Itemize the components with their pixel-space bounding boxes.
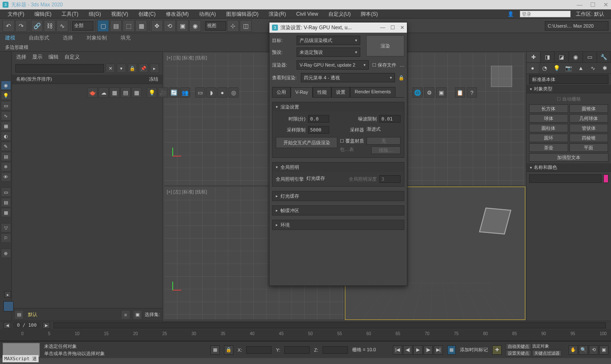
type-cone[interactable]: 圆锥体 [569,104,608,113]
add-time-tag[interactable]: 添加时间标记 [460,347,488,353]
time-limit-spinner[interactable]: 0.0 [308,115,329,123]
type-text-plus[interactable]: 加强型文本 [529,153,608,162]
add-key-button[interactable]: ✚ [492,345,502,355]
help-icon[interactable]: ? [467,87,477,98]
dlg-close-button[interactable]: ✕ [400,25,404,31]
menu-customize[interactable]: 自定义(U) [324,10,355,19]
calendar-icon[interactable]: ▦ [109,87,120,98]
name-color-header[interactable]: 名称和颜色 [527,163,611,172]
zoom-view-button[interactable]: 🔍 [579,345,588,355]
filter-space-icon[interactable]: ▦ [1,121,11,131]
isolate-icon[interactable]: ▣ [133,310,142,319]
type-sphere[interactable]: 球体 [529,114,568,123]
rollout-environment[interactable]: 环境 [272,220,404,230]
ribbon-tab-modeling[interactable]: 建模 [5,34,15,42]
pin-icon[interactable]: 📌 [139,64,148,73]
type-geosphere[interactable]: 几何球体 [569,114,608,123]
expand-panel-button[interactable]: ▸ [4,291,11,298]
select-button[interactable]: ▢ [97,20,109,32]
set-key-button[interactable]: 设置关键点 [506,350,531,356]
preset-dropdown[interactable]: 未选定预设 [297,48,360,57]
save-file-checkbox[interactable]: ☐ 保存文件 [372,62,396,68]
time-slider-track[interactable] [53,322,606,328]
create-tab-icon[interactable]: ✚ [527,52,541,62]
redo-button[interactable]: ↷ [15,20,27,32]
outline-tab-edit[interactable]: 编辑 [48,53,59,61]
unlink-button[interactable]: ⛓ [44,20,56,32]
modify-tab-icon[interactable]: ◨ [541,52,555,62]
type-pyramid[interactable]: 四棱锥 [569,134,608,142]
dlg-maximize-button[interactable]: ☐ [390,25,395,31]
tab-performance[interactable]: 性能 [313,87,331,97]
rotate-button[interactable]: ⟲ [164,20,176,32]
isolate-button[interactable]: ▦ [210,345,220,355]
goto-start-button[interactable]: |◀ [393,345,402,355]
layer-icon[interactable]: ▭ [1,188,11,197]
geometry-icon[interactable]: ● [527,63,538,73]
menu-view[interactable]: 视图(V) [107,10,132,19]
x-coord-input[interactable] [246,346,272,354]
outline-tab-select[interactable]: 选择 [16,53,26,61]
refresh-icon[interactable]: 🔄 [169,87,179,98]
view-dropdown[interactable]: 四元菜单 4 - 透视 [301,73,395,82]
layer-button[interactable]: ▤ [14,310,24,319]
move-button[interactable]: ✥ [151,20,163,32]
column-name[interactable]: 名称(按升序排序) [16,76,52,82]
cloud-icon[interactable]: ☁ [98,87,109,98]
prev-key-button[interactable]: ◀| [403,345,412,355]
menu-group[interactable]: 组(G) [84,10,105,19]
play-button[interactable]: ▶ [413,345,423,355]
gi-engine-dropdown[interactable]: 灯光缓存 [306,175,336,183]
next-frame-button[interactable]: ▶ [42,322,50,329]
filter-geom-icon[interactable]: ◉ [1,81,11,90]
filter-light-icon[interactable]: 💡 [1,91,11,100]
menu-graph-editors[interactable]: 图形编辑器(D) [222,10,263,19]
outline-search-input[interactable] [15,64,104,73]
search-filter-icon[interactable]: ▾ [117,64,126,73]
utilities-tab-icon[interactable]: 🔧 [597,52,611,62]
outline-body[interactable] [12,84,163,308]
dlg-minimize-button[interactable]: — [380,25,385,31]
place-button[interactable]: ◉ [189,20,201,32]
target-dropdown[interactable]: 产品级渲染模式 [297,36,360,45]
track-bar[interactable]: 0510152025303540455055606570758085909510… [0,329,611,341]
project-path[interactable]: C:\Users\… Max 2020 [545,21,608,31]
spacewarps-icon[interactable]: ∿ [587,63,599,73]
rollout-light-cache[interactable]: 灯光缓存 [272,191,404,201]
lock-view-icon[interactable]: 🔒 [398,75,404,81]
exclude-button[interactable]: 排除… [371,146,401,154]
camera-icon[interactable]: 🎥 [158,87,168,98]
tab-vray[interactable]: V-Ray [291,87,313,98]
rollout-frame-buffer[interactable]: 帧缓冲区 [272,206,404,215]
tab-settings[interactable]: 设置 [331,87,350,97]
ribbon-tab-object-paint[interactable]: 对象绘制 [87,34,107,42]
display-tab-icon[interactable]: ▭ [583,52,597,62]
filter-camera-icon[interactable]: ▭ [1,101,11,110]
object-color-swatch[interactable] [603,174,608,183]
goto-end-button[interactable]: ▶| [434,345,443,355]
viewcube[interactable] [491,66,512,87]
max-view-button[interactable]: ▣ [599,345,608,355]
scale-button[interactable]: ▣ [177,20,188,32]
menu-tools[interactable]: 工具(T) [57,10,82,19]
undo-button[interactable]: ↶ [3,20,14,32]
systems-icon[interactable]: ✱ [599,63,611,73]
tab-common[interactable]: 公用 [272,87,291,97]
shapes-icon[interactable]: ◔ [538,63,550,73]
selection-filter[interactable]: 全部 [72,21,93,31]
motion-tab-icon[interactable]: ◉ [569,52,583,62]
sphere-icon[interactable]: ● [217,87,227,98]
menu-edit[interactable]: 编辑(E) [30,10,56,19]
rollout-gi[interactable]: 全局照明 [272,162,404,172]
filter-xref-icon[interactable]: ▤ [1,152,11,161]
sample-limit-spinner[interactable]: 5000 [308,126,329,134]
hierarchy-icon[interactable]: ▤ [1,198,11,207]
flag-icon[interactable]: ⚐ [1,233,11,243]
noise-limit-spinner[interactable]: 0.01 [379,115,401,123]
rollout-render-settings[interactable]: 渲染设置 [272,102,404,112]
light-icon[interactable]: 💡 [147,87,157,98]
funnel-icon[interactable]: ▽ [1,223,11,232]
search-clear-icon[interactable]: ✕ [106,64,115,73]
rect-icon[interactable]: ▭ [195,87,205,98]
grid-icon[interactable]: ▦ [132,87,142,98]
